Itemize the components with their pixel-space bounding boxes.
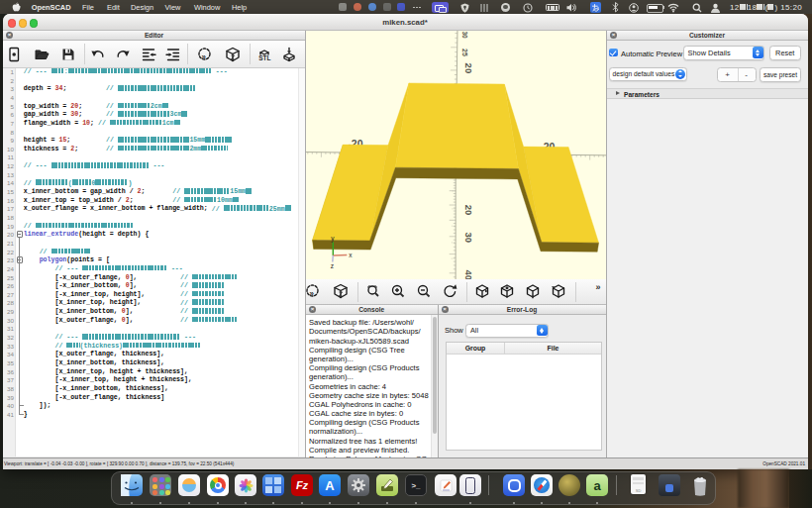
svg-text:30: 30 — [462, 232, 473, 243]
svg-text:20: 20 — [463, 62, 474, 73]
svg-text:»: » — [201, 51, 206, 60]
svg-text:20: 20 — [462, 204, 473, 215]
svg-text:30: 30 — [460, 31, 467, 39]
svg-text:STL: STL — [258, 54, 270, 61]
svg-text:»: » — [310, 289, 315, 298]
svg-text:40: 40 — [462, 269, 473, 279]
svg-text:z: z — [330, 262, 333, 269]
svg-text:25: 25 — [461, 49, 468, 56]
